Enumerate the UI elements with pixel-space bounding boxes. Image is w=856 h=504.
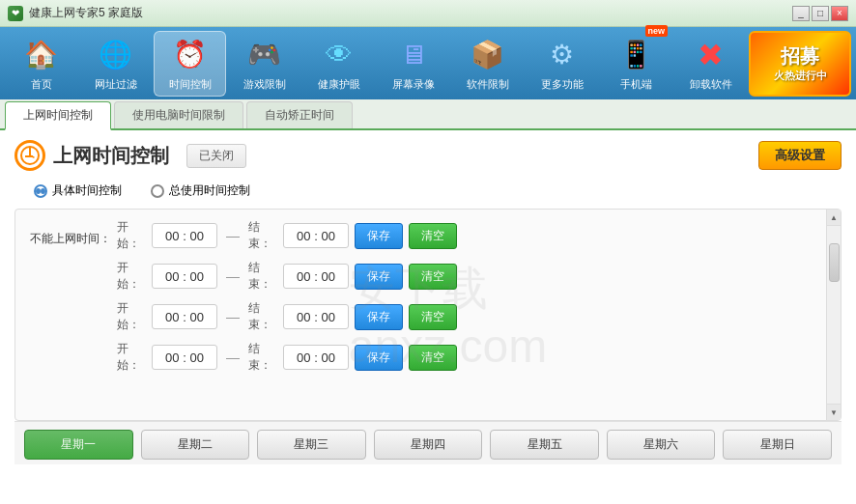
nav-uninstall[interactable]: ✖ 卸载软件 [674, 31, 747, 97]
software-icon: 📦 [469, 36, 507, 74]
eye-icon: 👁 [320, 36, 358, 74]
nav-game-label: 游戏限制 [243, 77, 286, 92]
tab-bar: 上网时间控制 使用电脑时间限制 自动矫正时间 [0, 99, 856, 130]
nav-uninstall-label: 卸载软件 [690, 77, 732, 92]
day-friday[interactable]: 星期五 [490, 430, 599, 460]
end-label-2: 结束： [248, 260, 277, 293]
clock-icon [14, 140, 45, 171]
start-time-1[interactable] [152, 223, 217, 248]
day-tuesday[interactable]: 星期二 [141, 430, 250, 460]
scrollbar-thumb[interactable] [829, 243, 840, 282]
close-button[interactable]: × [831, 6, 848, 21]
nav-more[interactable]: ⚙ 更多功能 [526, 31, 598, 97]
section-header: 上网时间控制 已关闭 高级设置 [14, 140, 842, 171]
status-button[interactable]: 已关闭 [186, 144, 246, 168]
day-thursday[interactable]: 星期四 [374, 430, 483, 460]
home-icon: 🏠 [22, 36, 61, 74]
start-time-2[interactable] [152, 264, 217, 289]
nav-software[interactable]: 📦 软件限制 [451, 31, 524, 97]
start-time-4[interactable] [152, 345, 217, 370]
end-time-3[interactable] [283, 304, 349, 329]
radio-specific-time[interactable]: 具体时间控制 [34, 182, 122, 199]
nav-eye-label: 健康护眼 [318, 77, 360, 92]
clear-button-1[interactable]: 清空 [409, 223, 457, 249]
start-label-3: 开始： [117, 300, 146, 333]
title-bar: ❤ 健康上网专家5 家庭版 _ □ × [0, 0, 856, 27]
screen-icon: 🖥 [394, 36, 433, 74]
app-icon: ❤ [8, 6, 23, 21]
maximize-button[interactable]: □ [812, 6, 829, 21]
time-rows-area: 开始： — 结束： 保存 清空 开始： — 结束： 保存 清空 开始： [117, 219, 833, 374]
day-bar: 星期一 星期二 星期三 星期四 星期五 星期六 星期日 [14, 421, 842, 464]
tab-auto-correct[interactable]: 自动矫正时间 [246, 101, 353, 128]
minimize-button[interactable]: _ [792, 6, 810, 21]
radio-specific-circle [34, 184, 47, 198]
tab-pc-time[interactable]: 使用电脑时间限制 [114, 101, 243, 128]
end-time-1[interactable] [283, 223, 349, 248]
nav-software-label: 软件限制 [467, 77, 509, 92]
nav-time-label: 时间控制 [169, 77, 212, 92]
end-label-4: 结束： [248, 341, 277, 374]
nav-time[interactable]: ⏰ 时间控制 [154, 31, 226, 97]
start-label-4: 开始： [117, 341, 146, 374]
radio-group: 具体时间控制 总使用时间控制 [14, 182, 842, 199]
clear-button-4[interactable]: 清空 [409, 345, 457, 371]
ad-banner-text: 招募 火热进行中 [774, 43, 827, 82]
end-time-2[interactable] [283, 264, 349, 289]
nav-home[interactable]: 🏠 首页 [5, 31, 77, 97]
day-saturday[interactable]: 星期六 [607, 430, 716, 460]
day-sunday[interactable]: 星期日 [723, 430, 832, 460]
save-button-1[interactable]: 保存 [355, 223, 403, 249]
scrollbar-up-button[interactable]: ▲ [827, 210, 841, 226]
nav-filter-label: 网址过滤 [95, 77, 137, 92]
nav-eye[interactable]: 👁 健康护眼 [302, 31, 375, 97]
section-title-area: 上网时间控制 已关闭 [14, 140, 246, 171]
main-content: 上网时间控制 已关闭 高级设置 具体时间控制 总使用时间控制 安下载anxz.c… [0, 130, 856, 504]
save-button-3[interactable]: 保存 [355, 304, 403, 330]
app-title: 健康上网专家5 家庭版 [29, 5, 143, 21]
time-row-3: 开始： — 结束： 保存 清空 [117, 300, 833, 333]
start-label-2: 开始： [117, 260, 146, 293]
radio-total-label: 总使用时间控制 [169, 182, 250, 199]
nav-bar: 🏠 首页 🌐 网址过滤 ⏰ 时间控制 🎮 游戏限制 👁 健康护眼 🖥 屏幕录像 … [0, 27, 856, 99]
nav-filter[interactable]: 🌐 网址过滤 [79, 31, 152, 97]
scrollbar[interactable]: ▲ ▼ [826, 210, 841, 420]
save-button-2[interactable]: 保存 [355, 264, 403, 290]
new-badge: new [645, 25, 669, 37]
nav-phone[interactable]: new 📱 手机端 [600, 31, 672, 97]
section-title: 上网时间控制 [53, 143, 169, 169]
radio-total-time[interactable]: 总使用时间控制 [151, 182, 250, 199]
tab-internet-time[interactable]: 上网时间控制 [5, 101, 111, 130]
end-time-4[interactable] [283, 345, 349, 370]
title-bar-left: ❤ 健康上网专家5 家庭版 [8, 5, 143, 21]
clear-button-2[interactable]: 清空 [409, 264, 457, 290]
dash-3: — [223, 309, 243, 324]
game-icon: 🎮 [245, 36, 284, 74]
start-label-1: 开始： [117, 219, 146, 252]
day-wednesday[interactable]: 星期三 [257, 430, 366, 460]
window-controls[interactable]: _ □ × [792, 6, 848, 21]
radio-total-circle [151, 184, 164, 198]
radio-specific-label: 具体时间控制 [52, 182, 122, 199]
nav-home-label: 首页 [31, 77, 52, 92]
panel-label: 不能上网时间： [30, 231, 111, 247]
uninstall-icon: ✖ [692, 36, 730, 74]
day-monday[interactable]: 星期一 [24, 430, 133, 460]
phone-icon: 📱 [617, 36, 656, 74]
end-label-3: 结束： [248, 300, 277, 333]
svg-line-2 [30, 155, 34, 157]
nav-game[interactable]: 🎮 游戏限制 [228, 31, 300, 97]
svg-point-0 [21, 147, 39, 164]
time-panel: 安下载anxz.com 不能上网时间： 开始： — 结束： 保存 清空 开始： … [14, 209, 842, 421]
time-row-2: 开始： — 结束： 保存 清空 [117, 260, 833, 293]
advanced-settings-button[interactable]: 高级设置 [758, 141, 842, 170]
scrollbar-down-button[interactable]: ▼ [827, 404, 841, 420]
save-button-4[interactable]: 保存 [355, 345, 403, 371]
start-time-3[interactable] [152, 304, 217, 329]
nav-screen[interactable]: 🖥 屏幕录像 [377, 31, 449, 97]
nav-phone-label: 手机端 [620, 77, 652, 92]
time-icon: ⏰ [171, 36, 210, 74]
clear-button-3[interactable]: 清空 [409, 304, 457, 330]
nav-screen-label: 屏幕录像 [392, 77, 435, 92]
ad-banner[interactable]: 招募 火热进行中 [749, 31, 851, 97]
